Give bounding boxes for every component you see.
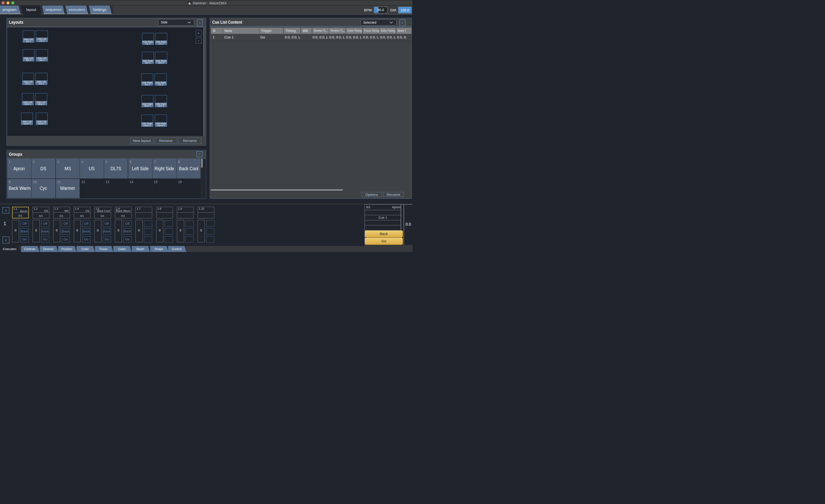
svg-text:Focus: Focus [99, 247, 108, 251]
svg-text:executers: executers [69, 7, 85, 12]
svg-text:sequence: sequence [45, 7, 62, 12]
svg-text:layout: layout [26, 7, 36, 12]
svg-text:Position: Position [62, 247, 72, 251]
svg-text:Control: Control [172, 247, 181, 251]
svg-text:Executers: Executers [3, 247, 16, 251]
svg-text:Beam: Beam [137, 247, 144, 251]
svg-text:Shape: Shape [154, 247, 163, 251]
svg-text:program: program [2, 7, 16, 12]
svg-text:Dimmer: Dimmer [43, 247, 54, 251]
svg-text:Gobo: Gobo [118, 247, 126, 251]
svg-text:Color: Color [82, 247, 89, 251]
svg-text:Controls: Controls [24, 247, 35, 251]
svg-text:Settings: Settings [93, 7, 106, 12]
